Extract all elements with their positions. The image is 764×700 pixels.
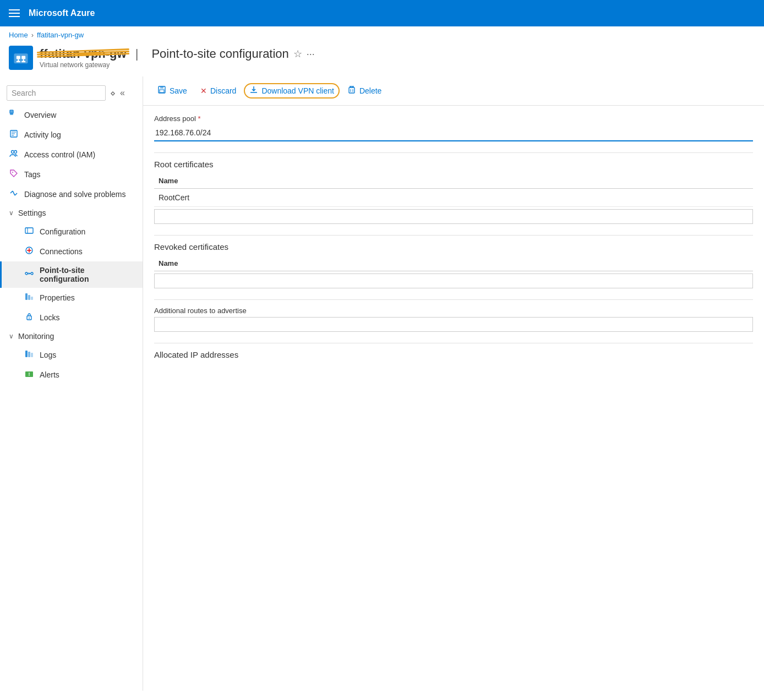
svg-point-14 (14, 151, 17, 154)
revoked-certs-title: Revoked certificates (154, 242, 753, 251)
svg-point-31 (29, 318, 30, 319)
sidebar-label-configuration: Configuration (40, 227, 85, 236)
sidebar-item-iam[interactable]: Access control (IAM) (0, 145, 143, 165)
sidebar-item-properties[interactable]: Properties (0, 288, 143, 308)
download-icon (249, 85, 258, 96)
svg-point-24 (25, 272, 28, 275)
tags-icon (9, 169, 19, 180)
sidebar-label-properties: Properties (40, 293, 75, 302)
svg-point-13 (12, 151, 14, 154)
breadcrumb: Home › ffatitan-vpn-gw (0, 26, 764, 43)
save-button[interactable]: Save (152, 82, 193, 100)
monitoring-section-header[interactable]: ∨ Monitoring (0, 327, 143, 345)
address-pool-input[interactable] (154, 125, 753, 141)
sidebar-item-overview[interactable]: Overview (0, 105, 143, 125)
sidebar-search-row: ⋄ « (0, 81, 143, 105)
sidebar-label-tags: Tags (24, 170, 41, 179)
connections-icon (24, 246, 34, 257)
sidebar-label-overview: Overview (24, 111, 56, 119)
logs-icon (24, 349, 34, 360)
sidebar-item-alerts[interactable]: ! Alerts (0, 365, 143, 385)
sidebar-item-activity-log[interactable]: Activity log (0, 125, 143, 145)
sidebar-item-logs[interactable]: Logs (0, 345, 143, 365)
monitoring-section-label: Monitoring (18, 332, 54, 341)
activity-log-icon (9, 129, 19, 140)
search-input[interactable] (7, 85, 106, 101)
sidebar-label-diagnose: Diagnose and solve problems (24, 190, 125, 199)
favorite-star-icon[interactable]: ☆ (293, 48, 302, 60)
revoked-cert-add-input[interactable] (154, 274, 753, 288)
top-navigation-bar: Microsoft Azure (0, 0, 764, 26)
discard-button[interactable]: ✕ Discard (195, 83, 242, 99)
collapse-icon[interactable]: « (120, 88, 125, 98)
content-area: Save ✕ Discard Download VPN client Delet… (143, 76, 764, 691)
diagnose-icon (9, 189, 19, 200)
root-cert-name-header: Name (154, 173, 753, 189)
sidebar-item-locks[interactable]: Locks (0, 308, 143, 327)
additional-routes-input[interactable] (154, 317, 753, 332)
required-indicator: * (198, 114, 201, 123)
sidebar-label-locks: Locks (40, 313, 60, 322)
hamburger-menu-icon[interactable] (9, 9, 20, 17)
address-pool-label: Address pool * (154, 114, 753, 123)
sidebar-label-logs: Logs (40, 351, 56, 359)
app-title: Microsoft Azure (29, 8, 95, 18)
root-cert-add-row (154, 209, 753, 224)
discard-icon: ✕ (200, 86, 207, 95)
resource-title-block: ffatitan-vpn-gw | Point-to-site configur… (40, 47, 315, 69)
resource-header: ffatitan-vpn-gw | Point-to-site configur… (0, 43, 764, 76)
root-certs-title: Root certificates (154, 160, 753, 169)
sidebar-item-configuration[interactable]: Configuration (0, 222, 143, 242)
sidebar-label-iam: Access control (IAM) (24, 150, 95, 159)
breadcrumb-home[interactable]: Home (9, 31, 28, 39)
address-pool-group: Address pool * (154, 114, 753, 141)
monitoring-caret-icon: ∨ (9, 332, 14, 340)
download-vpn-button[interactable]: Download VPN client (244, 83, 340, 99)
divider-2 (154, 235, 753, 236)
configuration-icon (24, 226, 34, 237)
additional-routes-label: Additional routes to advertise (154, 307, 753, 315)
download-vpn-label: Download VPN client (261, 86, 334, 95)
sort-icon[interactable]: ⋄ (110, 88, 116, 99)
breadcrumb-resource[interactable]: ffatitan-vpn-gw (37, 31, 84, 39)
overview-icon (9, 110, 19, 121)
svg-rect-38 (160, 86, 163, 89)
resource-icon (9, 46, 33, 70)
allocated-ip-group: Allocated IP addresses (154, 350, 753, 359)
page-title: Point-to-site configuration (151, 47, 288, 61)
save-icon (157, 85, 166, 96)
sidebar-item-p2s[interactable]: Point-to-siteconfiguration (0, 261, 143, 288)
revoked-cert-name-header: Name (154, 256, 753, 271)
sidebar-label-connections: Connections (40, 247, 83, 256)
svg-rect-1 (17, 56, 20, 59)
svg-text:!: ! (29, 371, 30, 377)
svg-rect-29 (31, 297, 33, 300)
svg-rect-34 (31, 353, 33, 357)
discard-label: Discard (210, 86, 236, 95)
divider-3 (154, 299, 753, 300)
svg-rect-19 (25, 228, 33, 233)
delete-button[interactable]: Delete (342, 82, 387, 100)
resource-subtitle: Virtual network gateway (40, 61, 315, 69)
resource-name: ffatitan-vpn-gw (40, 47, 127, 61)
sidebar-item-connections[interactable]: Connections (0, 242, 143, 261)
locks-icon (24, 312, 34, 323)
svg-rect-27 (25, 293, 28, 300)
toolbar: Save ✕ Discard Download VPN client Delet… (143, 76, 764, 106)
svg-line-18 (15, 193, 17, 195)
sidebar-item-diagnose[interactable]: Diagnose and solve problems (0, 184, 143, 204)
main-layout: ⋄ « Overview Activity log Access control… (0, 76, 764, 691)
svg-rect-2 (21, 56, 25, 59)
settings-section-header[interactable]: ∨ Settings (0, 204, 143, 222)
divider-1 (154, 152, 753, 153)
save-label: Save (170, 86, 187, 95)
sidebar-label-activity-log: Activity log (24, 130, 61, 139)
delete-label: Delete (359, 86, 381, 95)
divider-4 (154, 343, 753, 343)
allocated-ip-title: Allocated IP addresses (154, 350, 753, 359)
form-content: Address pool * Root certificates Name Ro… (143, 106, 764, 379)
root-cert-add-input[interactable] (154, 209, 753, 224)
revoked-cert-add-row (154, 274, 753, 288)
more-options-icon[interactable]: ··· (307, 48, 315, 60)
sidebar-item-tags[interactable]: Tags (0, 165, 143, 184)
